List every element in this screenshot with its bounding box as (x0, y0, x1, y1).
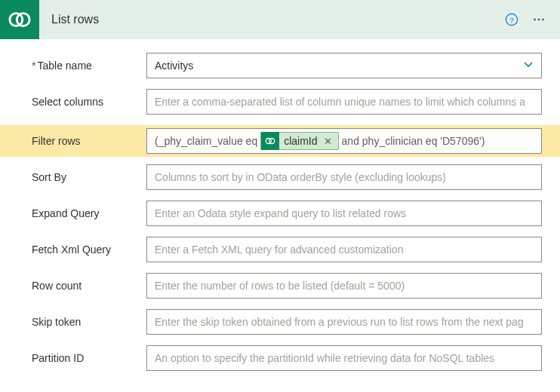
label-filter-rows: Filter rows (32, 135, 146, 147)
table-name-select[interactable]: Activitys (146, 53, 542, 78)
more-icon[interactable] (528, 9, 549, 30)
label-row-count: Row count (32, 280, 146, 292)
skip-token-input[interactable]: Enter the skip token obtained from a pre… (146, 309, 542, 335)
label-sort-by: Sort By (32, 171, 146, 183)
svg-point-6 (542, 19, 544, 21)
dynamic-token-claimid[interactable]: claimId ✕ (260, 132, 338, 150)
row-row-count: Row count Enter the number of rows to be… (32, 273, 542, 299)
form-body: Table name Activitys Select columns Ente… (0, 39, 560, 387)
sort-by-input[interactable]: Columns to sort by in OData orderBy styl… (146, 164, 542, 190)
partition-id-input[interactable]: An option to specify the partitionId whi… (146, 345, 542, 371)
label-skip-token: Skip token (32, 316, 146, 328)
label-table-name: Table name (32, 60, 146, 72)
token-label: claimId (284, 135, 317, 147)
action-title: List rows (51, 13, 495, 26)
filter-rows-input[interactable]: (_phy_claim_value eq claimId ✕ and phy_c… (146, 128, 542, 154)
table-name-value: Activitys (155, 60, 193, 72)
row-fetch-xml: Fetch Xml Query Enter a Fetch XML query … (32, 237, 542, 262)
dataverse-icon (0, 0, 39, 39)
token-remove-icon[interactable]: ✕ (322, 136, 334, 147)
svg-point-4 (534, 19, 536, 21)
row-expand-query: Expand Query Enter an Odata style expand… (32, 201, 542, 226)
expand-query-input[interactable]: Enter an Odata style expand query to lis… (146, 201, 542, 226)
row-skip-token: Skip token Enter the skip token obtained… (32, 309, 542, 335)
label-expand-query: Expand Query (32, 207, 146, 219)
fetch-xml-input[interactable]: Enter a Fetch XML query for advanced cus… (146, 237, 542, 262)
select-columns-input[interactable]: Enter a comma-separated list of column u… (146, 89, 542, 115)
label-partition-id: Partition ID (32, 352, 146, 364)
svg-point-8 (269, 139, 275, 144)
svg-point-5 (538, 19, 540, 21)
action-header: List rows ? (0, 0, 560, 39)
row-table-name: Table name Activitys (32, 53, 542, 78)
row-partition-id: Partition ID An option to specify the pa… (32, 345, 542, 371)
row-filter-rows: Filter rows (_phy_claim_value eq claimId… (0, 125, 560, 157)
filter-suffix: and phy_clinician eq 'D57096') (342, 135, 485, 147)
row-sort-by: Sort By Columns to sort by in OData orde… (32, 164, 542, 190)
filter-prefix: (_phy_claim_value eq (155, 135, 257, 147)
row-select-columns: Select columns Enter a comma-separated l… (32, 89, 542, 115)
svg-text:?: ? (509, 16, 514, 24)
chevron-down-icon (523, 60, 534, 72)
label-fetch-xml: Fetch Xml Query (32, 243, 146, 256)
footer: Hide advanced options (0, 387, 560, 392)
help-icon[interactable]: ? (501, 9, 522, 30)
dataverse-token-icon (261, 132, 279, 150)
label-select-columns: Select columns (32, 96, 146, 108)
row-count-input[interactable]: Enter the number of rows to be listed (d… (146, 273, 542, 299)
